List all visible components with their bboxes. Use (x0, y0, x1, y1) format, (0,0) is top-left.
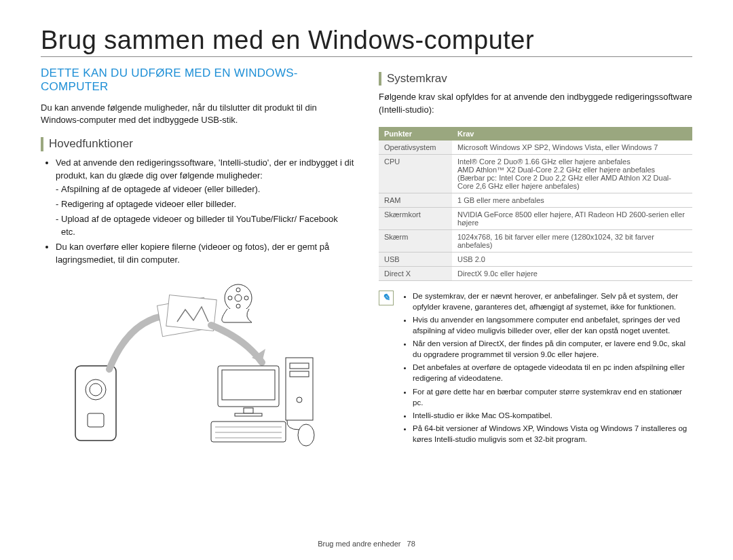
svg-rect-17 (235, 413, 262, 416)
right-column: Systemkrav Følgende krav skal opfyldes f… (379, 67, 692, 449)
table-cell-key: Direct X (379, 266, 452, 280)
note-icon: ✎ (379, 291, 394, 305)
page-title: Brug sammen med en Windows-computer (41, 26, 692, 57)
intro-text: Du kan anvende følgende muligheder, når … (41, 102, 354, 126)
table-row: CPUIntel® Core 2 Duo® 1.66 GHz eller høj… (379, 154, 692, 193)
list-item: De systemkrav, der er nævnt herover, er … (413, 291, 692, 312)
table-cell-value: 1024x768, 16 bit farver eller mere (1280… (452, 229, 692, 252)
svg-rect-15 (222, 370, 275, 400)
svg-point-8 (235, 295, 242, 301)
svg-rect-20 (290, 371, 309, 377)
svg-point-9 (236, 288, 240, 292)
table-cell-value: USB 2.0 (452, 252, 692, 266)
table-row: Skærm1024x768, 16 bit farver eller mere … (379, 229, 692, 252)
page-number: 78 (407, 540, 415, 548)
table-row: OperativsystemMicrosoft Windows XP SP2, … (379, 141, 692, 155)
table-cell-key: Operativsystem (379, 141, 452, 155)
subhead-systemkrav: Systemkrav (379, 72, 692, 86)
table-row: USBUSB 2.0 (379, 252, 692, 266)
svg-rect-3 (88, 413, 104, 427)
table-cell-value: DirectX 9.0c eller højere (452, 266, 692, 280)
table-header-item: Punkter (379, 127, 452, 141)
svg-rect-19 (290, 363, 309, 369)
two-column-layout: DETTE KAN DU UDFØRE MED EN WINDOWS-COMPU… (41, 67, 692, 449)
table-cell-key: USB (379, 252, 452, 266)
table-cell-value: Microsoft Windows XP SP2, Windows Vista,… (452, 141, 692, 155)
section-title: DETTE KAN DU UDFØRE MED EN WINDOWS-COMPU… (41, 67, 354, 94)
svg-point-2 (90, 384, 102, 396)
illustration-svg (69, 278, 326, 447)
footer: Brug med andre enheder 78 (0, 540, 733, 548)
list-item: Redigering af optagede videoer eller bil… (61, 198, 354, 211)
table-cell-value: 1 GB eller mere anbefales (452, 193, 692, 207)
left-column: DETTE KAN DU UDFØRE MED EN WINDOWS-COMPU… (41, 67, 354, 449)
svg-point-26 (298, 424, 314, 446)
svg-point-21 (297, 397, 302, 403)
notes-list: De systemkrav, der er nævnt herover, er … (400, 291, 692, 447)
footer-label: Brug med andre enheder (318, 540, 400, 548)
svg-point-10 (244, 296, 248, 300)
list-item: Hvis du anvender en langsommere computer… (413, 314, 692, 336)
table-row: SkærmkortNVIDIA GeForce 8500 eller højer… (379, 207, 692, 229)
table-row: RAM1 GB eller mere anbefales (379, 193, 692, 207)
requirements-table: Punkter Krav OperativsystemMicrosoft Win… (379, 127, 692, 281)
table-cell-key: Skærmkort (379, 207, 452, 229)
list-text: Ved at anvende den redigeringssoftware, … (56, 157, 354, 181)
list-item: Afspilning af de optagede af videoer (el… (61, 183, 354, 196)
table-cell-value: Intel® Core 2 Duo® 1.66 GHz eller højere… (452, 154, 692, 193)
list-item: Du kan overføre eller kopiere filerne (v… (56, 241, 354, 267)
subhead-hovedfunktioner: Hovedfunktioner (41, 137, 354, 151)
table-cell-key: Skærm (379, 229, 452, 252)
list-item: Intelli-studio er ikke Mac OS-kompatibel… (413, 410, 692, 421)
svg-rect-22 (211, 422, 286, 442)
table-cell-key: CPU (379, 154, 452, 193)
list-item: Ved at anvende den redigeringssoftware, … (56, 157, 354, 239)
list-item: Upload af de optagede videoer og billede… (61, 213, 354, 239)
table-cell-key: RAM (379, 193, 452, 207)
table-row: Direct XDirectX 9.0c eller højere (379, 266, 692, 280)
note-box: ✎ De systemkrav, der er nævnt herover, e… (379, 291, 692, 447)
svg-point-11 (236, 304, 240, 308)
svg-rect-0 (75, 366, 116, 441)
main-features-list: Ved at anvende den redigeringssoftware, … (41, 157, 354, 267)
svg-point-12 (228, 296, 232, 300)
table-cell-value: NVIDIA GeForce 8500 eller højere, ATI Ra… (452, 207, 692, 229)
list-item: Når den version af DirectX, der findes p… (413, 338, 692, 360)
list-item: Det anbefales at overføre de optagede vi… (413, 362, 692, 384)
illustration-camera-to-pc (41, 278, 354, 449)
systemkrav-intro: Følgende krav skal opfyldes for at anven… (379, 91, 692, 115)
svg-rect-16 (244, 408, 253, 413)
list-item: På 64-bit versioner af Windows XP, Windo… (413, 423, 692, 445)
list-item: For at gøre dette har en bærbar computer… (413, 386, 692, 408)
table-header-req: Krav (452, 127, 692, 141)
